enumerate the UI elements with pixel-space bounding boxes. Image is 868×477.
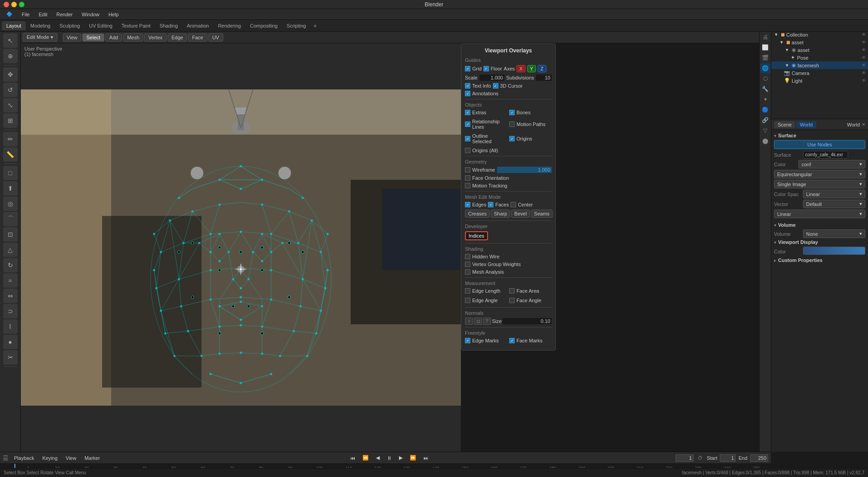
face-marks-checkbox[interactable] — [509, 338, 515, 343]
menu-file[interactable]: File — [19, 11, 33, 18]
marker-menu[interactable]: Marker — [82, 454, 103, 462]
rip-tool[interactable]: ✂ — [3, 350, 18, 365]
hidden-wire-checkbox[interactable] — [465, 254, 470, 259]
bevel-tool[interactable]: ⌒ — [3, 212, 18, 226]
asset-mesh-eye-icon[interactable]: 👁 — [862, 47, 866, 52]
extrude-tool[interactable]: ⬆ — [3, 181, 18, 196]
playback-menu[interactable]: Playback — [11, 454, 37, 462]
add-cube-tool[interactable]: □ — [3, 166, 18, 180]
measure-tool[interactable]: 📏 — [3, 147, 18, 162]
axis-x-button[interactable]: X — [516, 65, 525, 72]
volume-section-header[interactable]: ▾ Volume — [774, 222, 865, 228]
mesh-analysis-checkbox[interactable] — [465, 269, 470, 275]
menu-window[interactable]: Window — [79, 11, 102, 18]
annotations-checkbox[interactable] — [465, 91, 470, 96]
outline-selected-checkbox[interactable] — [465, 136, 470, 141]
props-close-icon[interactable]: ✕ — [862, 122, 865, 127]
surface-section-header[interactable]: ▾ Surface — [774, 133, 865, 138]
vertex-menu[interactable]: Vertex — [144, 33, 166, 42]
poly-build-tool[interactable]: △ — [3, 243, 18, 257]
to-sphere-tool[interactable]: ● — [3, 335, 18, 349]
props-view-layer-icon[interactable]: ⬜ — [760, 42, 770, 52]
shear-tool[interactable]: ⌇ — [3, 319, 18, 334]
pose-item[interactable]: ✦ Pose 👁 — [771, 54, 868, 61]
collection-eye-icon[interactable]: 👁 — [862, 32, 866, 37]
menu-help[interactable]: Help — [106, 11, 122, 18]
edge-marks-checkbox[interactable] — [465, 338, 470, 343]
ws-tab-animation[interactable]: Animation — [183, 21, 214, 30]
subdivisions-input[interactable] — [536, 75, 552, 81]
asset-eye-icon[interactable]: 👁 — [862, 40, 866, 45]
annotate-tool[interactable]: ✏ — [3, 132, 18, 146]
props-scene-icon[interactable]: 🎬 — [760, 53, 770, 63]
vertex-group-weights-checkbox[interactable] — [465, 262, 470, 267]
add-workspace-button[interactable]: + — [310, 22, 319, 29]
text-info-checkbox[interactable] — [465, 83, 470, 89]
edge-length-checkbox[interactable] — [465, 288, 470, 294]
face-menu[interactable]: Face — [188, 33, 207, 42]
world-tab[interactable]: World — [796, 121, 816, 128]
linear-dropdown[interactable]: Linear ▾ — [774, 210, 865, 218]
asset-mesh-item[interactable]: ▾ ◉ asset 👁 — [771, 46, 868, 54]
props-world-icon[interactable]: 🌐 — [760, 63, 770, 73]
minimize-button[interactable] — [11, 2, 17, 7]
transform-tool[interactable]: ⊞ — [3, 113, 18, 128]
rotate-tool[interactable]: ↺ — [3, 83, 18, 97]
view-menu[interactable]: View — [63, 33, 82, 42]
custom-props-header[interactable]: ▸ Custom Properties — [774, 257, 865, 263]
menu-edit[interactable]: Edit — [36, 11, 50, 18]
face-angle-checkbox[interactable] — [509, 298, 515, 303]
props-particles-icon[interactable]: ✦ — [760, 94, 770, 104]
edge-menu[interactable]: Edge — [168, 33, 188, 42]
props-object-icon[interactable]: ⬡ — [760, 74, 770, 84]
normals-size-input[interactable] — [502, 318, 552, 324]
end-frame-input[interactable] — [750, 454, 768, 462]
view-menu-tl[interactable]: View — [63, 454, 79, 462]
facemesh-item[interactable]: ▾ ◉ facemesh 👁 — [771, 61, 868, 69]
light-eye-icon[interactable]: 👁 — [862, 78, 866, 83]
extras-checkbox[interactable] — [465, 110, 470, 115]
play-button[interactable]: ▶ — [397, 454, 405, 462]
props-output-icon[interactable]: 🖨 — [760, 32, 770, 42]
props-constraints-icon[interactable]: 🔗 — [760, 115, 770, 125]
pose-eye-icon[interactable]: 👁 — [862, 55, 866, 60]
ws-tab-sculpting[interactable]: Sculpting — [55, 21, 84, 30]
vector-dropdown[interactable]: Default ▾ — [803, 200, 865, 208]
bevel-button[interactable]: Bevel — [511, 210, 530, 218]
color-space-dropdown[interactable]: Linear ▾ — [803, 190, 865, 198]
shrink-tool[interactable]: ⊃ — [3, 304, 18, 318]
scale-input[interactable] — [479, 75, 505, 81]
smooth-tool[interactable]: ≈ — [3, 273, 18, 288]
face-orientation-checkbox[interactable] — [465, 175, 470, 181]
collection-item[interactable]: ▾ ◼ Collection 👁 — [771, 31, 868, 38]
edge-angle-checkbox[interactable] — [465, 298, 470, 303]
step-back-button[interactable]: ⏪ — [360, 454, 371, 462]
close-button[interactable] — [4, 2, 9, 7]
normals-vert-button[interactable]: ↑ — [465, 318, 473, 325]
vd-color-swatch[interactable] — [803, 247, 865, 255]
sharp-button[interactable]: Sharp — [491, 210, 510, 218]
face-area-checkbox[interactable] — [509, 288, 515, 294]
loop-cut-tool[interactable]: ⊡ — [3, 227, 18, 242]
select-tool[interactable]: ↖ — [3, 33, 18, 48]
keying-menu[interactable]: Keying — [40, 454, 61, 462]
seams-button[interactable]: Seams — [531, 210, 553, 218]
play-back-button[interactable]: ◀ — [374, 454, 382, 462]
projection-dropdown[interactable]: Equirectangular ▾ — [774, 170, 865, 178]
timeline-expand-icon[interactable]: ☰ — [3, 454, 9, 462]
edge-slide-tool[interactable]: ⇔ — [3, 289, 18, 303]
camera-eye-icon[interactable]: 👁 — [862, 70, 866, 75]
faces-checkbox[interactable] — [488, 202, 493, 207]
menu-blender[interactable]: 🔷 — [4, 10, 15, 18]
indices-button[interactable]: Indices — [465, 231, 488, 240]
scene-tab[interactable]: Scene — [774, 121, 795, 128]
start-frame-input[interactable] — [720, 454, 736, 462]
origins-all-checkbox[interactable] — [465, 148, 470, 153]
bones-checkbox[interactable] — [509, 110, 515, 115]
color-dropdown[interactable]: conf ▾ — [798, 160, 865, 168]
stop-button[interactable]: ⏸ — [385, 454, 394, 462]
scale-tool[interactable]: ⤡ — [3, 98, 18, 112]
ws-tab-uv[interactable]: UV Editing — [84, 21, 117, 30]
single-image-dropdown[interactable]: Single Image ▾ — [774, 180, 865, 188]
props-data-icon[interactable]: ▽ — [760, 126, 770, 136]
